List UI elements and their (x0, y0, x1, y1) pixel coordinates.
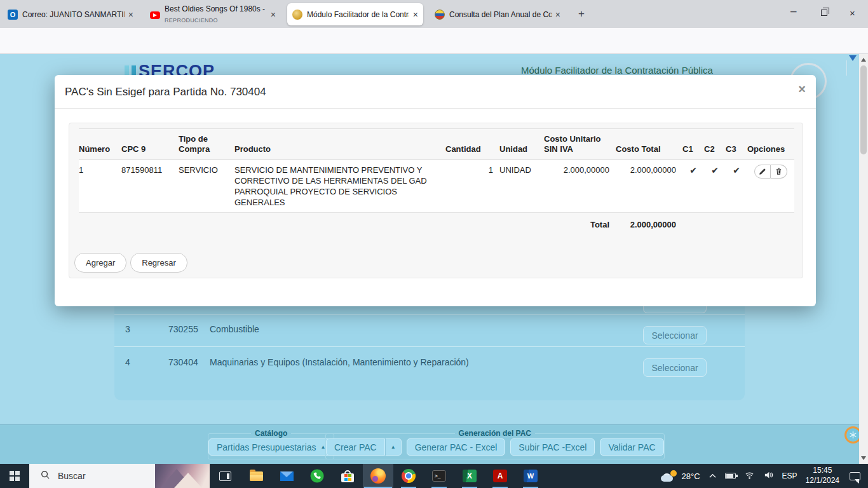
row-name: Combustible (210, 324, 259, 334)
caret-up-icon: ▲ (391, 444, 396, 450)
browser-tab-strip: O Correo: JUANITO SANMARTIN - × Best Old… (0, 0, 868, 28)
regresar-button[interactable]: Regresar (130, 253, 187, 273)
crear-pac-button[interactable]: Crear PAC (326, 438, 385, 456)
trash-icon (775, 167, 783, 175)
modal-buttons: Agregar Regresar (74, 253, 187, 273)
header-divider (846, 60, 847, 76)
firefox-button[interactable] (363, 464, 393, 488)
clock[interactable]: 15:45 12/1/2024 (806, 466, 839, 485)
asterisk-icon (849, 431, 857, 439)
col-c2: C2 (704, 129, 726, 160)
scrollbar-thumb[interactable] (860, 65, 867, 154)
total-value: 2.000,00000 (616, 213, 682, 237)
close-icon[interactable]: × (555, 10, 560, 19)
scroll-down-arrow[interactable] (861, 456, 866, 460)
search-artwork[interactable] (155, 464, 210, 488)
check-icon-c2: ✔ (711, 165, 719, 175)
bottom-action-bar: Catálogo Partidas Presupuestarias ▲ Gene… (0, 424, 859, 464)
modal-close-button[interactable]: × (798, 83, 806, 95)
modal-title: PAC's Sin Esigef para Partida No. 730404 (55, 75, 816, 109)
row-code: 730404 (168, 357, 198, 367)
total-row: Total 2.000,00000 (79, 213, 794, 237)
whatsapp-button[interactable] (302, 464, 332, 488)
col-cpc9: CPC 9 (121, 129, 179, 160)
whatsapp-icon (310, 469, 324, 483)
windows-taskbar: Buscar >_ X A W 28°C ESP (0, 464, 868, 488)
ecuador-icon (435, 10, 445, 20)
volume-icon[interactable] (763, 470, 774, 482)
task-view-icon[interactable] (219, 471, 231, 481)
outlook-icon: O (8, 10, 18, 20)
sort-arrow-icon[interactable] (849, 55, 857, 61)
catalogo-fieldset: Catálogo Partidas Presupuestarias ▲ (208, 429, 334, 459)
hidden-icons-chevron[interactable] (709, 470, 717, 482)
col-opciones: Opciones (747, 129, 794, 160)
row-number: 3 (125, 324, 130, 334)
seleccionar-button-partial[interactable] (643, 306, 707, 313)
check-icon-c3: ✔ (733, 165, 740, 175)
weather-widget[interactable]: 28°C (661, 470, 700, 482)
catalogo-legend: Catálogo (251, 429, 291, 438)
battery-icon[interactable] (725, 473, 736, 479)
check-icon-c1: ✔ (689, 165, 697, 175)
pac-sin-esigef-modal: PAC's Sin Esigef para Partida No. 730404… (55, 75, 816, 306)
generar-pac-excel-button[interactable]: Generar PAC - Excel (407, 438, 506, 456)
wifi-icon[interactable] (744, 470, 755, 482)
edit-button[interactable] (754, 165, 771, 179)
row-divider (114, 346, 745, 347)
tab-title: Consulta del Plan Anual de Con (449, 10, 552, 19)
language-indicator[interactable]: ESP (782, 471, 797, 480)
cell-producto: SERVICIO DE MANTENIMIENTO PREVENTIVO Y C… (234, 159, 445, 213)
tab-playing-status: REPRODUCIENDO (165, 17, 218, 24)
tab-outlook[interactable]: O Correo: JUANITO SANMARTIN - × (3, 3, 139, 25)
window-restore-button[interactable] (821, 10, 827, 16)
mail-button[interactable] (271, 464, 302, 488)
excel-button[interactable]: X (454, 464, 485, 488)
new-tab-button[interactable]: + (578, 8, 585, 20)
tab-mfc-active[interactable]: Módulo Facilitador de la Contra × (287, 3, 423, 25)
floating-asterisk-button[interactable] (844, 426, 859, 444)
acrobat-icon: A (493, 470, 507, 482)
close-icon[interactable]: × (413, 10, 418, 19)
chrome-button[interactable] (393, 464, 424, 488)
tab-consulta-pac[interactable]: Consulta del Plan Anual de Con × (430, 3, 566, 25)
seleccionar-button[interactable]: Seleccionar (643, 358, 707, 377)
time: 15:45 (806, 466, 839, 476)
page-scrollbar[interactable] (859, 54, 868, 464)
row-number: 4 (125, 357, 130, 367)
subir-pac-excel-button[interactable]: Subir PAC -Excel (510, 438, 595, 456)
col-costo-total: Costo Total (616, 129, 682, 160)
delete-button[interactable] (771, 165, 787, 179)
validar-pac-button[interactable]: Validar PAC (600, 438, 663, 456)
terminal-button[interactable]: >_ (424, 464, 454, 488)
chrome-icon (402, 469, 416, 483)
pinned-apps: >_ X A W (241, 464, 546, 488)
cell-costo-total: 2.000,00000 (616, 159, 682, 213)
taskbar-search-input[interactable]: Buscar (29, 464, 210, 488)
store-icon (341, 470, 354, 482)
partidas-presupuestarias-button[interactable]: Partidas Presupuestarias ▲ (208, 438, 334, 456)
pac-items-table: Número CPC 9 Tipo de Compra Producto Can… (79, 128, 794, 236)
cell-costo-unitario: 2.000,00000 (544, 159, 616, 213)
modal-panel: Número CPC 9 Tipo de Compra Producto Can… (69, 123, 803, 278)
microsoft-store-button[interactable] (332, 464, 363, 488)
word-button[interactable]: W (515, 464, 546, 488)
close-icon[interactable]: × (128, 10, 133, 19)
cell-unidad: UNIDAD (499, 159, 544, 213)
cell-cpc9: 871590811 (121, 159, 179, 213)
col-costo-unitario: Costo Unitario SIN IVA (544, 129, 616, 160)
start-button[interactable] (0, 464, 29, 488)
browser-toolbar (0, 28, 868, 54)
tab-youtube[interactable]: Best Oldies Songs Of 1980s - Mo REPRODUC… (145, 3, 281, 25)
file-explorer-button[interactable] (241, 464, 271, 488)
window-close-button[interactable]: × (850, 8, 855, 18)
scroll-up-arrow[interactable] (861, 58, 866, 62)
window-minimize-button[interactable]: – (790, 5, 796, 18)
action-center-icon[interactable] (850, 472, 860, 480)
close-icon[interactable]: × (271, 10, 276, 19)
agregar-button[interactable]: Agregar (74, 253, 126, 273)
col-cantidad: Cantidad (445, 129, 499, 160)
seleccionar-button[interactable]: Seleccionar (643, 326, 707, 344)
acrobat-button[interactable]: A (485, 464, 515, 488)
crear-pac-caret-button[interactable]: ▲ (385, 438, 402, 456)
